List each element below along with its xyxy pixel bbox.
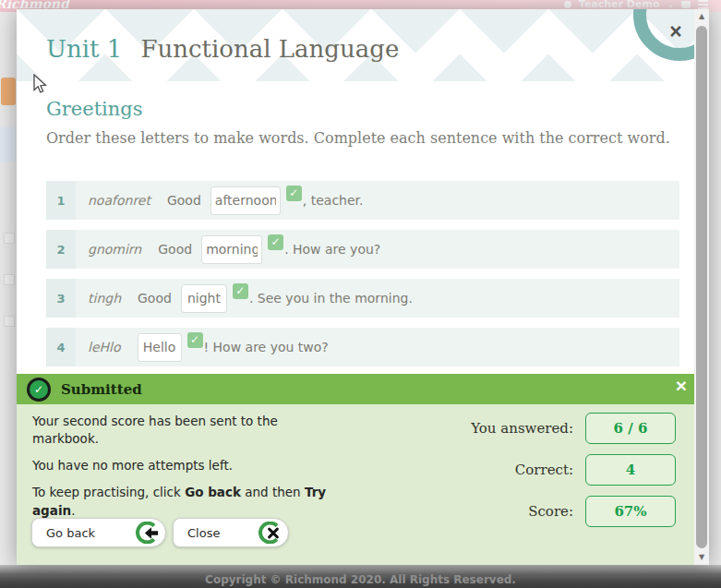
answer-input[interactable] bbox=[181, 284, 227, 313]
message-part: and then bbox=[241, 485, 305, 499]
results-close-button[interactable]: × bbox=[676, 375, 687, 397]
scrambled-word: tingh bbox=[88, 291, 121, 306]
background-page-fragment bbox=[1, 78, 16, 105]
activity-modal: × Unit 1 Functional Language Greetings O… bbox=[17, 9, 709, 565]
answer-input[interactable] bbox=[210, 186, 281, 215]
stat-row: Score: 67% bbox=[471, 496, 676, 527]
message-part-bold: Go back bbox=[185, 485, 241, 499]
arrow-left-icon bbox=[136, 521, 161, 546]
message-part: To keep practising, click bbox=[32, 485, 185, 499]
results-messages: Your second score has been sent to the m… bbox=[32, 413, 346, 529]
correct-check-icon: ✓ bbox=[233, 283, 248, 299]
question-row: 4 leHlo ✓ ! How are you two? bbox=[46, 328, 679, 366]
stat-label: Score: bbox=[528, 503, 573, 520]
activity-title: Functional Language bbox=[141, 35, 400, 63]
question-list: 1 noafonret Good ✓ , teacher. 2 gnomirn … bbox=[46, 181, 679, 377]
message-practise: To keep practising, click Go back and th… bbox=[32, 484, 346, 519]
sentence-after: . See you in the morning. bbox=[249, 291, 413, 306]
background-page-fragment bbox=[4, 274, 15, 285]
mouse-cursor bbox=[33, 74, 47, 94]
message-attempts: You have no more attempts left. bbox=[32, 457, 346, 474]
background-page-fragment bbox=[4, 233, 15, 244]
stat-label: You answered: bbox=[471, 420, 573, 437]
question-number: 1 bbox=[46, 181, 76, 220]
stat-value-box: 67% bbox=[585, 496, 676, 527]
answer-input[interactable] bbox=[138, 333, 182, 362]
results-panel: ✓ Submitted × Your second score has been… bbox=[17, 374, 694, 565]
results-header: ✓ Submitted × bbox=[17, 374, 694, 404]
scrambled-word: noafonret bbox=[88, 193, 150, 208]
close-x-icon bbox=[258, 521, 283, 546]
instructions-text: Order these letters to make words. Compl… bbox=[46, 129, 670, 147]
user-avatar-icon bbox=[564, 1, 571, 8]
section-title: Greetings bbox=[46, 98, 143, 120]
page-footer: Copyright © Richmond 2020. All Rights Re… bbox=[0, 565, 721, 588]
stat-row: You answered: 6 / 6 bbox=[471, 413, 676, 444]
chevron-down-icon: ⌄ bbox=[667, 0, 674, 9]
unit-label: Unit 1 bbox=[46, 35, 122, 63]
stat-value-box: 6 / 6 bbox=[585, 413, 676, 444]
results-stats: You answered: 6 / 6 Correct: 4 Score: 67… bbox=[471, 413, 676, 537]
answer-input[interactable] bbox=[201, 235, 262, 264]
background-page-fragment bbox=[0, 127, 16, 162]
bag-icon bbox=[681, 1, 691, 8]
screen: Richmond Teacher Demo ⌄ Copyright © Rich… bbox=[0, 0, 721, 588]
go-back-label: Go back bbox=[46, 526, 95, 540]
correct-check-icon: ✓ bbox=[187, 332, 203, 348]
question-row: 1 noafonret Good ✓ , teacher. bbox=[46, 181, 679, 220]
scroll-up-icon[interactable]: ▲ bbox=[694, 9, 709, 24]
message-markbook: Your second score has been sent to the m… bbox=[32, 413, 346, 448]
sentence-before: Good bbox=[158, 242, 192, 257]
scrambled-word: leHlo bbox=[88, 340, 121, 354]
stat-value-box: 4 bbox=[585, 454, 676, 486]
correct-check-icon: ✓ bbox=[286, 186, 302, 201]
go-back-button[interactable]: Go back bbox=[31, 518, 166, 547]
results-body: Your second score has been sent to the m… bbox=[17, 404, 694, 565]
results-buttons: Go back Close bbox=[31, 518, 289, 547]
scrollbar-thumb[interactable] bbox=[696, 26, 707, 548]
message-part: . bbox=[71, 503, 75, 518]
question-number: 2 bbox=[46, 230, 76, 269]
menu-icon bbox=[698, 0, 708, 9]
question-number: 3 bbox=[46, 279, 76, 318]
sentence-after: , teacher. bbox=[303, 193, 364, 208]
close-label: Close bbox=[187, 526, 220, 540]
modal-title: Unit 1 Functional Language bbox=[46, 35, 399, 63]
scroll-down-icon[interactable]: ▼ bbox=[694, 550, 709, 565]
sentence-before: Good bbox=[138, 291, 172, 306]
sentence-after: ! How are you two? bbox=[204, 340, 329, 354]
question-number: 4 bbox=[46, 328, 76, 366]
sentence-after: . How are you? bbox=[284, 242, 380, 257]
stat-row: Correct: 4 bbox=[471, 454, 676, 486]
background-page-fragment bbox=[4, 316, 15, 327]
question-row: 2 gnomirn Good ✓ . How are you? bbox=[46, 230, 679, 269]
results-title: Submitted bbox=[61, 381, 142, 398]
modal-scrollbar[interactable]: ▲ ▼ bbox=[694, 9, 709, 565]
correct-check-icon: ✓ bbox=[268, 234, 283, 250]
question-row: 3 tingh Good ✓ . See you in the morning. bbox=[46, 279, 679, 318]
stat-label: Correct: bbox=[515, 462, 573, 478]
copyright-text: Copyright © Richmond 2020. All Rights Re… bbox=[0, 565, 721, 586]
sentence-before: Good bbox=[167, 193, 201, 208]
close-button[interactable]: Close bbox=[173, 518, 289, 547]
submitted-check-icon: ✓ bbox=[27, 378, 51, 402]
scrambled-word: gnomirn bbox=[88, 242, 141, 257]
modal-close-button[interactable]: × bbox=[663, 18, 689, 44]
